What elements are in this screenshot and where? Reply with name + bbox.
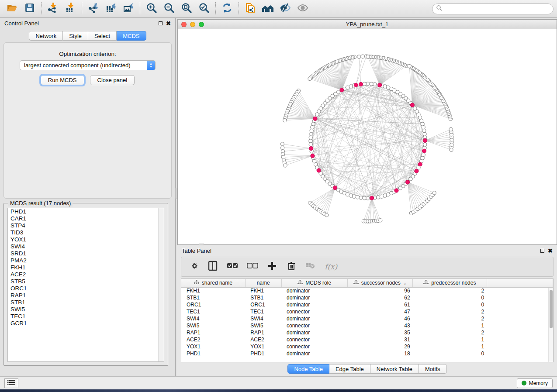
cell-successor-nodes[interactable]: 29 xyxy=(347,343,412,350)
mcds-network-node[interactable] xyxy=(415,169,419,173)
network-canvas[interactable] xyxy=(178,29,557,244)
deselect-all-button[interactable] xyxy=(247,260,258,273)
cell-MCDS-role[interactable]: dominator xyxy=(281,301,347,308)
cell-name[interactable]: PHD1 xyxy=(245,350,281,357)
cell-predecessor-nodes[interactable]: 1 xyxy=(413,336,487,343)
mcds-result-item[interactable]: TID3 xyxy=(8,229,164,236)
mcds-network-node[interactable] xyxy=(410,103,414,107)
network-node[interactable] xyxy=(309,132,313,136)
mcds-result-item[interactable]: CAR1 xyxy=(8,215,164,222)
two-houses-button[interactable] xyxy=(259,1,277,16)
network-node[interactable] xyxy=(280,142,284,146)
network-node[interactable] xyxy=(449,127,453,131)
zoom-out-button[interactable] xyxy=(160,1,178,16)
mcds-result-item[interactable]: ORC1 xyxy=(8,285,164,292)
network-node[interactable] xyxy=(421,122,424,126)
network-node[interactable] xyxy=(366,82,370,86)
network-node[interactable] xyxy=(363,82,366,86)
mcds-result-item[interactable]: YOX1 xyxy=(8,236,164,243)
network-node[interactable] xyxy=(380,195,383,198)
cell-empty[interactable] xyxy=(487,315,553,322)
network-node[interactable] xyxy=(379,219,382,222)
tab-network[interactable]: Network xyxy=(29,31,63,41)
network-node[interactable] xyxy=(284,164,287,167)
cell-successor-nodes[interactable]: 61 xyxy=(347,301,412,308)
network-node[interactable] xyxy=(346,193,349,196)
cell-MCDS-role[interactable]: dominator xyxy=(281,350,347,357)
network-node[interactable] xyxy=(310,129,313,132)
cell-shared-name[interactable]: FKH1 xyxy=(181,287,245,294)
mcds-result-item[interactable]: SWI5 xyxy=(8,306,164,313)
cell-shared-name[interactable]: ORC1 xyxy=(181,301,245,308)
cell-name[interactable]: RAP1 xyxy=(245,329,281,336)
table-row[interactable]: PHD1PHD1dominator180 xyxy=(181,350,553,357)
network-node[interactable] xyxy=(308,77,311,80)
column-header-name[interactable]: name xyxy=(245,279,281,287)
cell-empty[interactable] xyxy=(487,336,553,343)
cell-successor-nodes[interactable]: 18 xyxy=(347,350,412,357)
mcds-result-item[interactable]: PHD1 xyxy=(8,208,164,215)
mcds-result-list[interactable]: PHD1CAR1STP4TID3YOX1SWI4SRD1PMA2FKH1ACE2… xyxy=(7,208,164,362)
cell-successor-nodes[interactable]: 96 xyxy=(347,287,412,294)
cell-shared-name[interactable]: YOX1 xyxy=(181,343,245,350)
cell-name[interactable]: YOX1 xyxy=(245,343,281,350)
network-node[interactable] xyxy=(281,146,284,149)
table-row[interactable]: ACE2ACE2connector311 xyxy=(181,336,553,343)
mcds-result-item[interactable]: PMA2 xyxy=(8,257,164,264)
network-node[interactable] xyxy=(357,55,361,58)
cell-MCDS-role[interactable]: dominator xyxy=(281,287,347,294)
optimization-criterion-select[interactable]: largest connected component (undirected)… xyxy=(20,60,156,70)
network-node[interactable] xyxy=(408,64,411,68)
cell-shared-name[interactable]: TEC1 xyxy=(181,308,245,315)
import-network-button[interactable] xyxy=(44,1,62,16)
column-header-successor-nodes[interactable]: successor nodes⌄ xyxy=(347,279,412,287)
memory-button[interactable]: Memory xyxy=(517,378,553,388)
table-tab-motifs[interactable]: Motifs xyxy=(419,364,447,374)
table-row[interactable]: SWI5SWI5connector431 xyxy=(181,322,553,329)
cell-MCDS-role[interactable]: connector xyxy=(281,336,347,343)
mcds-network-node[interactable] xyxy=(309,146,313,150)
cell-shared-name[interactable]: ACE2 xyxy=(181,336,245,343)
table-row[interactable]: SWI4SWI4dominator462 xyxy=(181,315,553,322)
network-node[interactable] xyxy=(377,196,380,199)
network-node[interactable] xyxy=(386,86,390,89)
cell-empty[interactable] xyxy=(487,301,553,308)
cell-shared-name[interactable]: SWI4 xyxy=(181,315,245,322)
cell-MCDS-role[interactable]: dominator xyxy=(281,294,347,301)
cell-MCDS-role[interactable]: dominator xyxy=(281,315,347,322)
cell-name[interactable]: ORC1 xyxy=(245,301,281,308)
network-node[interactable] xyxy=(422,153,425,156)
table-row[interactable]: YOX1YOX1connector291 xyxy=(181,343,553,350)
table-tab-network-table[interactable]: Network Table xyxy=(370,364,419,374)
cell-MCDS-role[interactable]: dominator xyxy=(281,329,347,336)
mcds-result-item[interactable]: TEC1 xyxy=(8,313,164,320)
mcds-network-node[interactable] xyxy=(313,117,317,120)
column-header-shared-name[interactable]: shared name xyxy=(181,279,245,287)
cell-successor-nodes[interactable]: 46 xyxy=(347,315,412,322)
mcds-network-node[interactable] xyxy=(317,168,321,172)
mcds-result-item[interactable]: FKH1 xyxy=(8,264,164,271)
close-panel-icon[interactable]: ✖ xyxy=(166,21,171,26)
cell-empty[interactable] xyxy=(487,343,553,350)
network-node[interactable] xyxy=(349,85,353,88)
network-node[interactable] xyxy=(383,194,387,197)
mcds-result-item[interactable]: RAP1 xyxy=(8,292,164,299)
table-scrollbar[interactable] xyxy=(548,288,553,362)
cell-shared-name[interactable]: STB1 xyxy=(181,294,245,301)
column-layout-button[interactable] xyxy=(208,260,218,273)
cell-predecessor-nodes[interactable]: 1 xyxy=(413,322,487,329)
network-node[interactable] xyxy=(349,194,353,197)
mcds-network-node[interactable] xyxy=(422,149,426,153)
task-history-button[interactable] xyxy=(4,378,18,388)
network-node[interactable] xyxy=(311,122,315,126)
cell-name[interactable]: TEC1 xyxy=(245,308,281,315)
network-node[interactable] xyxy=(422,126,425,129)
cell-predecessor-nodes[interactable]: 2 xyxy=(413,329,487,336)
tab-mcds[interactable]: MCDS xyxy=(117,31,146,41)
refresh-layout-button[interactable] xyxy=(218,1,236,16)
table-tab-edge-table[interactable]: Edge Table xyxy=(329,364,370,374)
network-node[interactable] xyxy=(311,126,314,129)
search-input[interactable] xyxy=(442,6,550,12)
network-node[interactable] xyxy=(370,82,373,86)
network-node[interactable] xyxy=(423,132,426,136)
